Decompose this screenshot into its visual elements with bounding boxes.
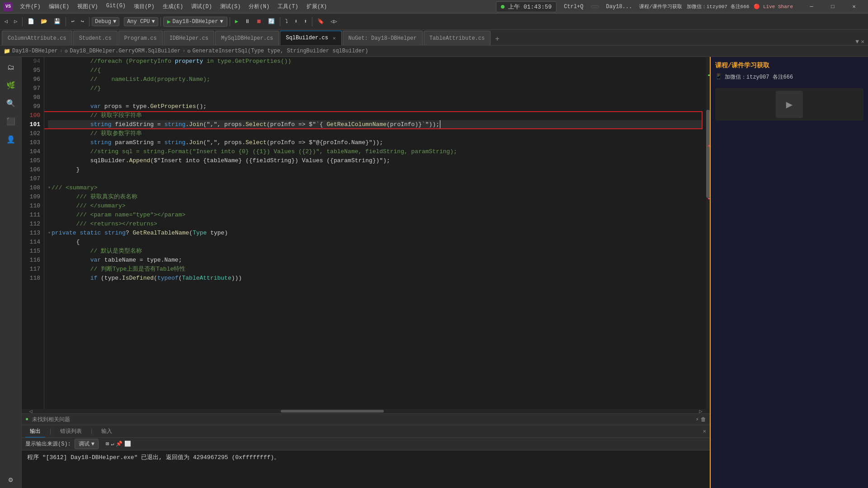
menu-analyze[interactable]: 分析(N) — [245, 2, 273, 11]
output-tab-input[interactable]: 输入 — [97, 426, 117, 437]
menu-file[interactable]: 文件(F) — [16, 2, 44, 11]
ln-110: 110 — [25, 202, 40, 211]
source-dropdown[interactable]: 调试 ▼ — [75, 439, 99, 449]
close-btn[interactable]: ✕ — [844, 0, 864, 14]
code-line-104: //string sql = string.Format("Insert int… — [48, 147, 703, 156]
code-line-106: } — [48, 165, 703, 174]
code-line-95: //{ — [48, 66, 703, 75]
output-tab-errors[interactable]: 错误列表 — [56, 426, 86, 437]
annotation-video[interactable]: ▶ — [715, 88, 863, 121]
output-tab-bar: 输出 | 错误列表 | 输入 ✕ — [22, 425, 710, 438]
ln-97: 97 — [25, 84, 40, 93]
vertical-scrollbar[interactable] — [706, 57, 710, 409]
menu-debug[interactable]: 调试(D) — [188, 2, 216, 11]
new-tab-btn[interactable]: + — [491, 33, 503, 45]
output-close-btn[interactable]: ✕ — [703, 428, 706, 435]
menu-test[interactable]: 测试(S) — [217, 2, 245, 11]
sidebar-solution-explorer[interactable]: 🗂 — [3, 59, 19, 75]
menu-git[interactable]: Git(G) — [103, 2, 129, 11]
sidebar-git[interactable]: 🌿 — [3, 77, 19, 94]
ln-107: 107 — [25, 174, 40, 183]
menu-project[interactable]: 项目(P) — [130, 2, 158, 11]
pause-btn[interactable]: ⏸ — [242, 17, 253, 26]
back-btn[interactable]: ◁ — [2, 17, 10, 26]
restart-btn[interactable]: 🔄 — [265, 17, 278, 26]
run-dropdown[interactable]: ▶ Day18-DBHelper ▼ — [163, 17, 227, 27]
output-clear-btn[interactable]: ⊠ — [106, 441, 109, 447]
bookmark-btn[interactable]: 🔖 — [315, 17, 327, 26]
step-into-btn[interactable]: ⬇ — [292, 17, 300, 26]
breadcrumb-class[interactable]: Day18_DBHelper.GerryORM.SqlBuilder — [70, 48, 180, 54]
redo-btn[interactable]: ↪ — [78, 17, 87, 26]
tab-list-btn[interactable]: ▼ — [855, 38, 859, 45]
code-line-116: var tableName = type.Name; — [48, 256, 703, 265]
code-line-114: { — [48, 238, 703, 247]
debug-run-btn[interactable]: ▶ — [232, 17, 241, 26]
shortcut-hint: Ctrl+Q — [560, 3, 587, 11]
live-share-btn[interactable]: 🔴 Live Share — [754, 4, 793, 9]
debug-config-dropdown[interactable]: Debug ▼ — [92, 17, 119, 26]
step-over-btn[interactable]: ⤵ — [283, 17, 291, 26]
tab-program[interactable]: Program.cs — [118, 31, 163, 45]
tab-nuget[interactable]: NuGet: Day18-DBHelper — [343, 31, 423, 45]
forward-btn[interactable]: ▷ — [11, 17, 20, 26]
issues-actions: ⚡ 🗑 — [696, 416, 706, 423]
ln-118: 118 — [25, 274, 40, 283]
sidebar-settings[interactable]: ⚙ — [3, 472, 19, 488]
issues-clear-btn[interactable]: 🗑 — [701, 416, 706, 423]
sep6 — [280, 17, 280, 26]
tab-label: Student.cs — [79, 35, 112, 42]
tab-student[interactable]: Student.cs — [73, 31, 118, 45]
tab-columnattribute[interactable]: ColumnAttribute.cs — [2, 31, 72, 45]
code-line-113: ▾private static string? GetRealTableName… — [48, 229, 703, 238]
breadcrumb-project[interactable]: Day18-DBHelper — [12, 48, 58, 54]
tab-idbhelper[interactable]: IDBHelper.cs — [164, 31, 214, 45]
step-out-btn[interactable]: ⬆ — [301, 17, 310, 26]
source-label: 显示输出来源(S): — [25, 440, 71, 448]
stop-btn[interactable]: ⏹ — [254, 17, 264, 26]
menu-view[interactable]: 视图(V) — [74, 2, 102, 11]
output-expand-btn[interactable]: ⬜ — [124, 441, 131, 447]
sidebar-search[interactable]: 🔍 — [3, 95, 19, 112]
maximize-btn[interactable]: □ — [822, 0, 843, 14]
ln-96: 96 — [25, 75, 40, 84]
issues-filter-btn[interactable]: ⚡ — [696, 416, 699, 423]
nav-btn[interactable]: ◁▷ — [328, 17, 340, 26]
sidebar-extensions[interactable]: ⬛ — [3, 113, 19, 130]
fold-arrow-108[interactable]: ▾ — [48, 183, 51, 192]
open-btn[interactable]: 📂 — [38, 17, 50, 26]
code-line-115: // 默认是类型名称 — [48, 247, 703, 256]
sep3 — [89, 17, 90, 26]
sidebar-account[interactable]: 👤 — [3, 131, 19, 148]
minimize-btn[interactable]: ─ — [801, 0, 822, 14]
fold-arrow-113[interactable]: ▾ — [48, 229, 51, 238]
code-editor[interactable]: //foreach (PropertyInfo property in type… — [44, 57, 706, 409]
output-wrap-btn[interactable]: ↵ — [111, 441, 114, 447]
output-tab-output[interactable]: 输出 — [25, 426, 45, 437]
tab-label: MySqlDBHelper.cs — [221, 35, 273, 42]
issues-text: 未找到相关问题 — [32, 416, 70, 423]
horizontal-scrollbar[interactable]: ◁ ▷ — [22, 409, 710, 413]
output-pin-btn[interactable]: 📌 — [116, 441, 123, 447]
undo-btn[interactable]: ↩ — [68, 17, 77, 26]
wechat-label: 加微信：itzy007 各注666 — [687, 3, 750, 10]
platform-dropdown[interactable]: Any CPU ▼ — [124, 17, 158, 26]
scrollbar-thumb[interactable] — [706, 110, 710, 198]
tab-tableattribute[interactable]: TableAttribute.cs — [424, 31, 491, 45]
run-icon: ▶ — [167, 18, 171, 25]
menu-extensions[interactable]: 扩展(X) — [303, 2, 331, 11]
scrollbar-h-thumb[interactable] — [281, 410, 384, 413]
new-file-btn[interactable]: 📄 — [25, 17, 37, 26]
tab-close-icon[interactable]: ✕ — [333, 35, 336, 41]
menu-edit[interactable]: 编辑(E) — [45, 2, 73, 11]
menu-tools[interactable]: 工具(T) — [274, 2, 302, 11]
tab-mysqldbhelper[interactable]: MySqlDBHelper.cs — [215, 31, 279, 45]
ln-111: 111 — [25, 211, 40, 220]
save-btn[interactable]: 💾 — [51, 17, 63, 26]
menu-build[interactable]: 生成(E) — [159, 2, 187, 11]
search-box[interactable] — [591, 5, 599, 8]
close-all-btn[interactable]: ✕ — [861, 38, 864, 45]
breadcrumb-method[interactable]: GenerateInsertSql(Type type, StringBuild… — [193, 48, 368, 54]
tab-sqlbuilder[interactable]: SqlBuilder.cs ✕ — [280, 31, 341, 45]
annotation-wechat: 加微信：itzy007 各注666 — [725, 73, 793, 81]
